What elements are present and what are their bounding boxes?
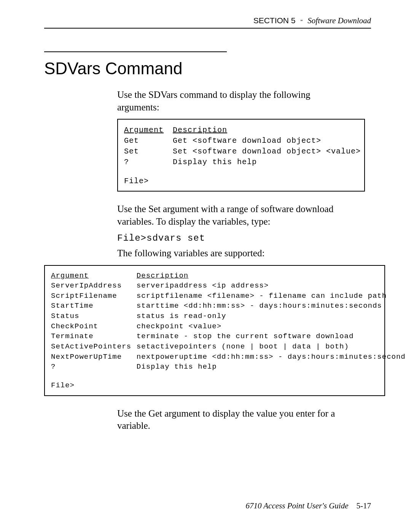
arg-cell: Terminate	[51, 332, 137, 342]
box2-header-arg: Argument	[51, 271, 137, 281]
table-row: CheckPointcheckpoint <value>	[51, 322, 406, 332]
arguments-box-1: Argument Description Get Get <software d…	[117, 119, 365, 192]
table-row: Statusstatus is read-only	[51, 312, 406, 322]
arguments-box-2: Argument Description ServerIpAddressserv…	[44, 265, 385, 396]
table-row: ScriptFilenamescriptfilename <filename> …	[51, 291, 406, 302]
desc-cell: starttime <dd:hh:mm:ss> - days:hours:min…	[137, 301, 406, 312]
page-title: SDVars Command	[44, 59, 371, 78]
header-separator: "	[298, 18, 306, 25]
table-row: Get Get <software download object>	[124, 136, 361, 146]
arg-cell: SetActivePointers	[51, 342, 137, 352]
arg-cell: CheckPoint	[51, 322, 137, 332]
desc-cell: Display this help	[173, 157, 361, 168]
arg-cell: StartTime	[51, 301, 137, 312]
page-footer: 6710 Access Point User's Guide 5-17	[0, 501, 371, 511]
arg-cell: ?	[51, 362, 137, 372]
desc-cell: Display this help	[137, 362, 406, 372]
arg-cell: Get	[124, 136, 173, 146]
arg-cell: ?	[124, 157, 173, 168]
arg-cell: ServerIpAddress	[51, 281, 137, 291]
box2-prompt: File>	[51, 381, 378, 391]
page-header: SECTION 5 " Software Download	[44, 16, 371, 29]
box1-header-arg: Argument	[124, 125, 173, 136]
table-row: ?Display this help	[51, 362, 406, 372]
title-rule	[44, 51, 227, 52]
table-row: ? Display this help	[124, 157, 361, 168]
arg-cell: Status	[51, 312, 137, 322]
intro-paragraph: Use the SDVars command to display the fo…	[117, 89, 325, 113]
desc-cell: nextpoweruptime <dd:hh:mm:ss> - days:hou…	[137, 352, 406, 363]
chapter-title: Software Download	[307, 16, 371, 25]
desc-cell: Get <software download object>	[173, 136, 361, 146]
table-row: ServerIpAddressserveripaddress <ip addre…	[51, 281, 406, 291]
table-row: SetActivePointerssetactivepointers (none…	[51, 342, 406, 352]
desc-cell: terminate - stop the current software do…	[137, 332, 406, 342]
box2-header-desc: Description	[137, 271, 406, 281]
page: SECTION 5 " Software Download SDVars Com…	[0, 0, 411, 532]
desc-cell: checkpoint <value>	[137, 322, 406, 332]
arg-cell: Set	[124, 146, 173, 157]
box1-header-desc: Description	[173, 125, 361, 136]
arg-cell: ScriptFilename	[51, 291, 137, 302]
desc-cell: setactivepointers (none | boot | data | …	[137, 342, 406, 352]
table-row: Set Set <software download object> <valu…	[124, 146, 361, 157]
desc-cell: serveripaddress <ip address>	[137, 281, 406, 291]
table-row: Terminateterminate - stop the current so…	[51, 332, 406, 342]
guide-title: 6710 Access Point User's Guide	[245, 501, 348, 510]
set-intro-paragraph: Use the Set argument with a range of sof…	[117, 203, 367, 228]
supported-intro: The following variables are supported:	[117, 247, 367, 260]
page-number: 5-17	[357, 501, 371, 510]
desc-cell: scriptfilename <filename> - filename can…	[137, 291, 406, 302]
get-intro-paragraph: Use the Get argument to display the valu…	[117, 407, 367, 432]
table-row: NextPowerUpTimenextpoweruptime <dd:hh:mm…	[51, 352, 406, 363]
arg-cell: NextPowerUpTime	[51, 352, 137, 363]
table-row: StartTimestarttime <dd:hh:mm:ss> - days:…	[51, 301, 406, 312]
desc-cell: status is read-only	[137, 312, 406, 322]
box1-prompt: File>	[124, 176, 358, 186]
desc-cell: Set <software download object> <value>	[173, 146, 361, 157]
section-label: SECTION 5	[253, 16, 296, 25]
set-command: File>sdvars set	[117, 233, 367, 243]
